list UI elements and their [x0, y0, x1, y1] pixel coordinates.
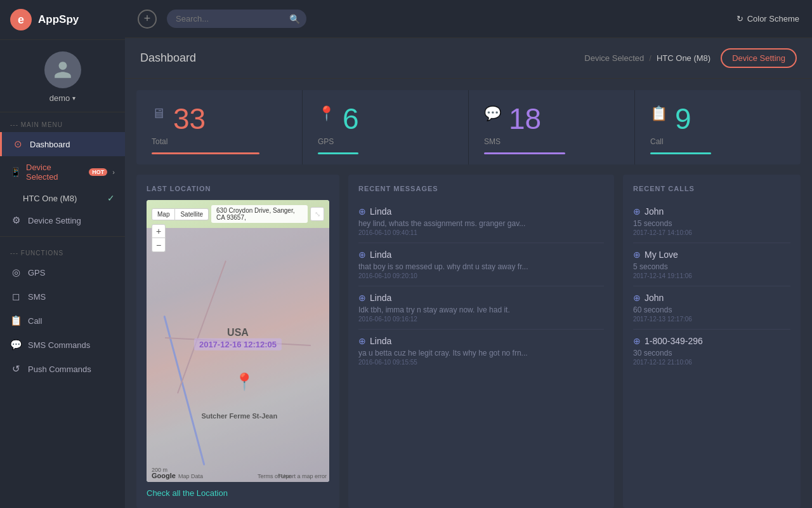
message-item: ⊕ Linda ya u betta cuz he legit cray. It…: [358, 330, 604, 372]
call-time-3: 2017-12-12 21:10:06: [633, 359, 790, 366]
sms-stat-icon: 💬: [484, 105, 501, 122]
map-button[interactable]: Map: [152, 208, 175, 220]
device-setting-button[interactable]: Device Setting: [721, 48, 797, 68]
device-option-htc[interactable]: HTC One (M8) ✓: [0, 188, 125, 208]
push-commands-icon: ↺: [10, 363, 22, 375]
message-item: ⊕ Linda Idk tbh, imma try n stay away no…: [358, 286, 604, 330]
msg-sender-3: ⊕ Linda: [358, 336, 604, 346]
gps-stat-icon: 📍: [318, 105, 335, 122]
call-stat-icon: 📋: [650, 105, 667, 122]
msg-text-2: Idk tbh, imma try n stay away now. Ive h…: [358, 305, 604, 314]
msg-time-2: 2016-06-10 09:16:12: [358, 316, 604, 323]
map-city-label: Sutcher Ferme St-Jean: [201, 412, 277, 420]
sidebar-item-gps[interactable]: ◎ GPS: [0, 260, 125, 284]
phone-icon: 📱: [10, 167, 21, 177]
calls-title: RECENT CALLS: [633, 185, 790, 192]
msg-text-1: that boy is so messed up. why dnt u stay…: [358, 262, 604, 271]
map-terrain: USA 2017-12-16 12:12:05 📍 Sutcher Ferme …: [147, 200, 329, 482]
call-item-2: ⊕ John 60 seconds 2017-12-13 12:17:06: [633, 286, 790, 330]
zoom-out-button[interactable]: −: [152, 238, 166, 252]
msg-sender-2: ⊕ Linda: [358, 293, 604, 303]
location-panel: LAST LOCATION USA 2017-12-16 12:12:05: [136, 175, 339, 508]
msg-icon-2: ⊕: [358, 293, 366, 303]
zoom-in-button[interactable]: +: [152, 224, 166, 238]
map-type-buttons: Map Satellite: [152, 208, 209, 220]
gps-bar: [318, 152, 358, 154]
dashboard-header: Dashboard Device Selected / HTC One (M8)…: [125, 38, 812, 79]
sms-icon: ◻: [10, 291, 22, 302]
msg-icon-1: ⊕: [358, 250, 366, 260]
stat-call: 📋 9 Call: [635, 90, 801, 164]
call-value: 9: [675, 104, 691, 133]
call-duration-2: 60 seconds: [633, 305, 790, 314]
checkmark-icon: ✓: [107, 193, 115, 203]
search-icon[interactable]: 🔍: [289, 14, 300, 24]
sidebar-item-sms[interactable]: ◻ SMS: [0, 284, 125, 309]
main-menu-label: --- MAIN MENU: [0, 112, 125, 132]
gps-value: 6: [343, 104, 359, 133]
map-expand-button[interactable]: ⤡: [310, 207, 324, 221]
msg-time-0: 2016-06-10 09:40:11: [358, 229, 604, 236]
map-zoom-controls: + −: [152, 224, 166, 252]
total-bar: [152, 152, 259, 154]
sidebar-item-dashboard[interactable]: ⊙ Dashboard: [0, 132, 125, 156]
sidebar-item-device-setting[interactable]: ⚙ Device Setting: [0, 208, 125, 232]
call-time-1: 2017-12-14 19:11:06: [633, 272, 790, 279]
msg-time-3: 2016-06-10 09:15:55: [358, 359, 604, 366]
msg-icon-3: ⊕: [358, 336, 366, 346]
call-label: Call: [650, 137, 785, 146]
page-title: Dashboard: [140, 51, 196, 65]
sidebar-item-call[interactable]: 📋 Call: [0, 309, 125, 333]
user-name[interactable]: demo ▾: [49, 93, 76, 103]
app-logo: e: [10, 9, 32, 30]
search-wrapper: 🔍: [167, 10, 306, 28]
call-icon-3: ⊕: [633, 336, 641, 346]
chevron-right-icon: ›: [112, 168, 115, 176]
add-button[interactable]: +: [138, 10, 157, 29]
call-icon-2: ⊕: [633, 293, 641, 303]
call-icon: 📋: [10, 315, 22, 326]
color-scheme-button[interactable]: ↻ Color Scheme: [737, 14, 799, 23]
hot-badge: HOT: [89, 168, 107, 176]
dashboard-icon: ⊙: [12, 138, 23, 150]
sms-label: SMS: [484, 137, 619, 146]
color-scheme-icon: ↻: [737, 14, 743, 23]
call-duration-0: 15 seconds: [633, 219, 790, 228]
messages-panel: RECENT MESSAGES ⊕ Linda hey lind, whats …: [348, 175, 614, 508]
sidebar-item-push-commands[interactable]: ↺ Push Commands: [0, 357, 125, 381]
calls-panel: RECENT CALLS ⊕ John 15 seconds 2017-12-1…: [623, 175, 801, 508]
location-title: LAST LOCATION: [147, 185, 329, 192]
call-icon-0: ⊕: [633, 206, 641, 217]
call-name-2: ⊕ John: [633, 293, 790, 303]
sms-commands-icon: 💬: [10, 339, 22, 351]
call-time-2: 2017-12-13 12:17:06: [633, 316, 790, 323]
app-name: AppSpy: [38, 13, 79, 26]
map-center-info: USA 2017-12-16 12:12:05: [194, 327, 282, 351]
total-value: 33: [173, 104, 206, 133]
user-dropdown-caret: ▾: [72, 95, 75, 102]
topbar: + 🔍 ↻ Color Scheme: [125, 0, 812, 38]
divider: [0, 236, 125, 237]
sms-value: 18: [509, 104, 541, 133]
satellite-button[interactable]: Satellite: [175, 208, 209, 220]
sidebar: e AppSpy demo ▾ --- MAIN MENU ⊙ Dashboar…: [0, 0, 125, 508]
msg-sender-1: ⊕ Linda: [358, 250, 604, 260]
msg-text-0: hey lind, whats the assignment ms. grang…: [358, 219, 604, 228]
map-region-overlay: [147, 228, 329, 482]
main-content: + 🔍 ↻ Color Scheme Dashboard Device Sele…: [125, 0, 812, 508]
bottom-panels: LAST LOCATION USA 2017-12-16 12:12:05: [136, 175, 801, 508]
call-item-0: ⊕ John 15 seconds 2017-12-17 14:10:06: [633, 200, 790, 243]
sms-bar: [484, 152, 565, 154]
sidebar-item-device-selected[interactable]: 📱 Device Selected HOT ›: [0, 156, 125, 188]
map-data-label: Map Data: [178, 473, 203, 479]
msg-time-1: 2016-06-10 09:20:10: [358, 272, 604, 279]
stat-total: 🖥 33 Total: [136, 90, 303, 164]
search-input[interactable]: [167, 10, 306, 28]
call-time-0: 2017-12-17 14:10:06: [633, 229, 790, 236]
msg-sender-0: ⊕ Linda: [358, 206, 604, 217]
map-container: USA 2017-12-16 12:12:05 📍 Sutcher Ferme …: [147, 200, 329, 482]
check-location-link[interactable]: Check all the Location: [147, 488, 329, 498]
map-datetime-label: 2017-12-16 12:12:05: [194, 338, 282, 351]
sidebar-item-sms-commands[interactable]: 💬 SMS Commands: [0, 333, 125, 357]
call-name-1: ⊕ My Love: [633, 250, 790, 260]
